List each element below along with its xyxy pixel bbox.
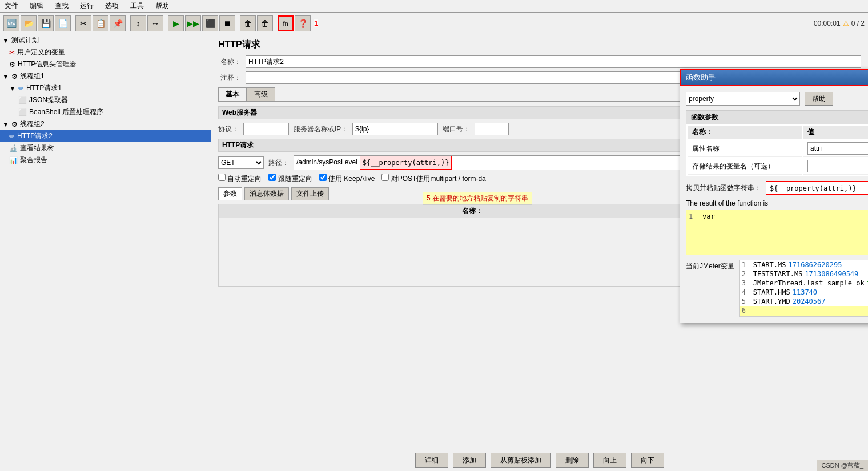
tree-root-icon: ▼ xyxy=(2,37,9,45)
toolbar-cut[interactable]: ✂ xyxy=(75,15,91,31)
menu-edit[interactable]: 编辑 xyxy=(27,0,46,12)
toolbar-paste[interactable]: 📌 xyxy=(110,15,126,31)
menu-search[interactable]: 查找 xyxy=(53,0,71,12)
func-col-value: 值 xyxy=(803,126,868,139)
tab-advanced[interactable]: 高级 xyxy=(247,87,275,101)
func-param-input-1[interactable] xyxy=(807,160,868,172)
http-req-2-label: HTTP请求2 xyxy=(17,131,53,141)
function-helper-dialog[interactable]: 函数助手 2 ✕ property 帮助 xyxy=(680,69,868,323)
view-results-icon: 🔬 xyxy=(9,144,18,152)
sidebar-item-user-vars[interactable]: ✂ 用户定义的变量 xyxy=(0,46,211,58)
sidebar-item-view-results[interactable]: 🔬 查看结果树 xyxy=(0,142,211,154)
add-clipboard-btn[interactable]: 从剪贴板添加 xyxy=(491,453,551,468)
result-line-1: 1 var xyxy=(689,212,868,220)
jmeter-vars-section: 当前JMeter变量 1 START.MS 1716862620295 2 TE… xyxy=(686,260,868,317)
auto-redirect-label[interactable]: 自动重定向 xyxy=(218,174,262,184)
protocol-input[interactable] xyxy=(243,123,289,135)
thread-group-1-toggle: ▼ xyxy=(2,73,9,80)
port-label: 端口号： xyxy=(443,124,470,134)
var-key-5: START.YMD xyxy=(753,297,790,305)
menu-run[interactable]: 运行 xyxy=(78,0,96,12)
keep-alive-label[interactable]: 使用 KeepAlive xyxy=(319,174,375,184)
sidebar-item-thread-group-1[interactable]: ▼ ⚙ 线程组1 xyxy=(0,70,211,82)
path-label: 路径： xyxy=(268,158,289,168)
menu-tools[interactable]: 工具 xyxy=(128,0,146,12)
sidebar-item-http-req-2[interactable]: ✏ HTTP请求2 xyxy=(0,130,211,142)
func-param-value-cell-0 xyxy=(803,140,868,157)
up-btn[interactable]: 向上 xyxy=(593,453,626,468)
multipart-cb[interactable] xyxy=(381,174,389,181)
left-panel: ▼ 测试计划 ✂ 用户定义的变量 ⚙ HTTP信息头管理器 ▼ ⚙ 线程组1 ▼… xyxy=(0,34,211,471)
toolbar-run[interactable]: ▶ xyxy=(168,15,184,31)
sidebar-item-json-extractor[interactable]: ⬜ JSON提取器 xyxy=(0,94,211,106)
sub-tab-body[interactable]: 消息体数据 xyxy=(244,187,289,200)
follow-redirect-cb[interactable] xyxy=(268,174,276,181)
beanshell-icon: ⬜ xyxy=(18,108,27,116)
toolbar-start[interactable]: ▶▶ xyxy=(185,15,201,31)
port-input[interactable] xyxy=(475,123,509,135)
sub-tab-file[interactable]: 文件上传 xyxy=(291,187,329,200)
toolbar-stop2[interactable]: ⏹ xyxy=(219,15,235,31)
toolbar: 🆕 📂 💾 📄 ✂ 📋 📌 ↕ ↔ ▶ ▶▶ ⬛ ⏹ 🗑 🗑 fn ❓ 1 00… xyxy=(0,13,868,34)
name-input[interactable] xyxy=(246,55,861,68)
toolbar-help[interactable]: ❓ xyxy=(295,15,311,31)
thread-group-1-icon: ⚙ xyxy=(11,73,18,80)
dialog-help-btn[interactable]: 帮助 xyxy=(805,92,833,106)
json-extractor-label: JSON提取器 xyxy=(29,95,68,105)
bottom-bar: 详细 添加 从剪贴板添加 删除 向上 向下 xyxy=(211,449,868,471)
json-extractor-icon: ⬜ xyxy=(18,96,27,104)
toolbar-clear[interactable]: 🗑 xyxy=(240,15,256,31)
function-select[interactable]: property xyxy=(686,92,800,106)
down-btn[interactable]: 向下 xyxy=(631,453,664,468)
path-func-highlighted[interactable]: ${__property(attri,)} xyxy=(360,156,452,170)
sidebar-item-aggregate-report[interactable]: 📊 聚合报告 xyxy=(0,154,211,166)
func-params-table: 名称： 值 属性名称 xyxy=(686,124,868,176)
copy-label: 拷贝并粘贴函数字符串： xyxy=(686,183,761,193)
sidebar-item-thread-group-2[interactable]: ▼ ⚙ 线程组2 xyxy=(0,118,211,130)
result-line-content-1: var xyxy=(702,212,868,220)
add-btn[interactable]: 添加 xyxy=(453,453,486,468)
copy-value: ${__property(attri,)} xyxy=(766,181,868,195)
statusbar: CSDN @蓝蓝_ xyxy=(817,460,868,471)
menu-help[interactable]: 帮助 xyxy=(153,0,171,12)
toolbar-save[interactable]: 💾 xyxy=(38,15,54,31)
annotation-1: 1 xyxy=(314,19,318,27)
follow-redirect-label[interactable]: 跟随重定向 xyxy=(268,174,312,184)
comment-label: 注释： xyxy=(218,73,241,83)
menu-file[interactable]: 文件 xyxy=(2,0,21,12)
toolbar-save-as[interactable]: 📄 xyxy=(55,15,71,31)
func-param-name-1: 存储结果的变量名（可选） xyxy=(688,158,802,175)
toolbar-stop[interactable]: ⬛ xyxy=(202,15,218,31)
sidebar-item-http-req-1[interactable]: ▼ ✏ HTTP请求1 xyxy=(0,82,211,94)
auto-redirect-cb[interactable] xyxy=(218,174,226,181)
func-param-input-0[interactable] xyxy=(807,142,868,155)
keep-alive-cb[interactable] xyxy=(319,174,327,181)
delete-btn[interactable]: 删除 xyxy=(556,453,589,468)
toolbar-copy[interactable]: 📋 xyxy=(93,15,108,31)
toolbar-new[interactable]: 🆕 xyxy=(3,15,19,31)
multipart-label[interactable]: 对POST使用multipart / form-da xyxy=(381,174,485,184)
sidebar-item-http-header[interactable]: ⚙ HTTP信息头管理器 xyxy=(0,58,211,70)
menu-options[interactable]: 选项 xyxy=(103,0,121,12)
var-num-2: 2 xyxy=(742,270,753,278)
server-input[interactable] xyxy=(352,123,438,135)
var-key-3: JMeterThread.last_sample_ok xyxy=(753,279,865,287)
tree-root[interactable]: ▼ 测试计划 xyxy=(0,34,211,46)
main-layout: ▼ 测试计划 ✂ 用户定义的变量 ⚙ HTTP信息头管理器 ▼ ⚙ 线程组1 ▼… xyxy=(0,34,868,471)
toolbar-clear-all[interactable]: 🗑 xyxy=(257,15,273,31)
toolbar-collapse[interactable]: ↔ xyxy=(147,15,163,31)
sub-tab-params[interactable]: 参数 xyxy=(218,187,242,200)
toolbar-expand[interactable]: ↕ xyxy=(130,15,146,31)
var-val-1: 1716862620295 xyxy=(788,261,842,269)
func-param-value-cell-1 xyxy=(803,158,868,175)
method-select[interactable]: GET POST xyxy=(218,156,264,169)
toolbar-open[interactable]: 📂 xyxy=(21,15,37,31)
tab-basic[interactable]: 基本 xyxy=(218,87,247,101)
thread-group-1-label: 线程组1 xyxy=(20,71,45,81)
sidebar-item-beanshell[interactable]: ⬜ BeanShell 后置处理程序 xyxy=(0,106,211,118)
right-panel: HTTP请求 名称： 注释： ▼ ▲ ••• 基本 高级 Web服务器 协议： xyxy=(211,34,868,471)
toolbar-func-helper[interactable]: fn xyxy=(278,15,294,31)
detail-btn[interactable]: 详细 xyxy=(415,453,448,468)
func-params-header: 函数参数 xyxy=(686,111,868,124)
http-req-1-label: HTTP请求1 xyxy=(26,83,62,93)
